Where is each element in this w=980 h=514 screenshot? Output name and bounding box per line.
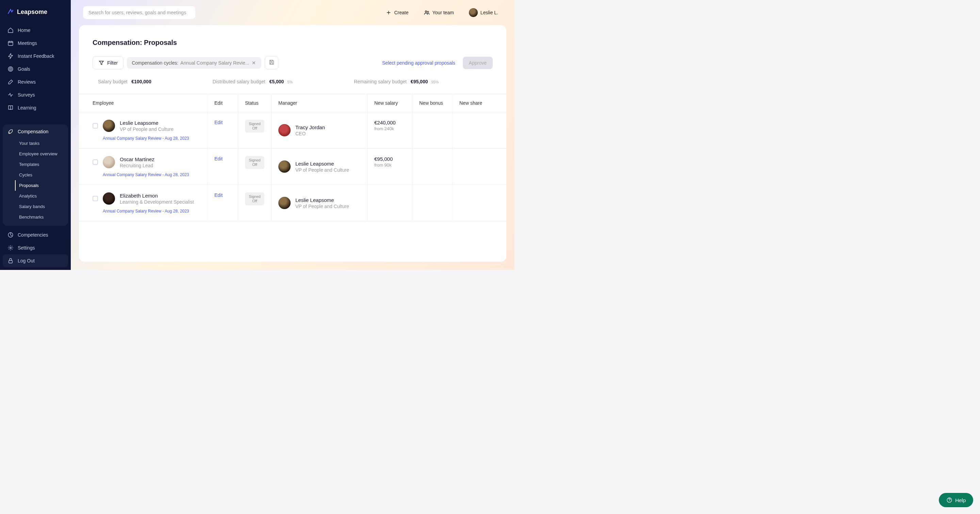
bolt-icon bbox=[8, 53, 14, 59]
col-edit[interactable]: Edit bbox=[208, 94, 238, 112]
status-badge: Signed Off bbox=[245, 120, 264, 133]
activity-icon bbox=[8, 92, 14, 98]
employee-role: VP of People and Culture bbox=[120, 127, 173, 132]
col-new-bonus[interactable]: New bonus bbox=[412, 94, 453, 112]
nav-reviews[interactable]: Reviews bbox=[3, 76, 68, 88]
nav-compensation[interactable]: Compensation bbox=[3, 125, 68, 138]
edit-link[interactable]: Edit bbox=[215, 120, 223, 125]
nav-logout[interactable]: Log Out bbox=[3, 254, 68, 267]
salary-from: from 90k bbox=[374, 162, 405, 168]
user-avatar-icon bbox=[469, 8, 478, 17]
status-badge: Signed Off bbox=[245, 156, 264, 169]
filter-button[interactable]: Filter bbox=[92, 56, 124, 69]
status-badge: Signed Off bbox=[245, 192, 264, 205]
nav-goals[interactable]: Goals bbox=[3, 63, 68, 76]
gear-icon bbox=[8, 245, 14, 251]
save-filter-button[interactable] bbox=[265, 56, 278, 69]
budget-summary: Salary budget €100,000 Distributed salar… bbox=[79, 79, 506, 94]
shares-cell bbox=[453, 185, 493, 221]
table-row: Oscar Martinez Recruiting Lead Annual Co… bbox=[79, 149, 506, 185]
bonus-cell bbox=[412, 112, 453, 148]
svg-point-8 bbox=[427, 11, 428, 13]
nav-instant-feedback[interactable]: Instant Feedback bbox=[3, 50, 68, 63]
employee-avatar-icon bbox=[103, 156, 115, 168]
topbar: Create Your team Leslie L. bbox=[71, 0, 514, 25]
subnav-proposals[interactable]: Proposals bbox=[15, 180, 68, 191]
svg-rect-6 bbox=[9, 260, 13, 263]
home-icon bbox=[8, 27, 14, 33]
col-status[interactable]: Status bbox=[238, 94, 272, 112]
nav-surveys[interactable]: Surveys bbox=[3, 88, 68, 101]
cycle-link[interactable]: Annual Company Salary Review - Aug 28, 2… bbox=[92, 136, 200, 141]
bonus-cell bbox=[412, 149, 453, 185]
rocket-icon bbox=[8, 128, 14, 135]
distributed-budget: Distributed salary budget €5,000 5% bbox=[213, 79, 293, 84]
select-pending-link[interactable]: Select pending approval proposals bbox=[378, 57, 460, 68]
table-header: Employee Edit Status Manager New salary … bbox=[79, 94, 506, 112]
search-input[interactable] bbox=[83, 6, 195, 19]
filter-chip-compensation-cycles[interactable]: Compensation cycles: Annual Company Sala… bbox=[127, 57, 261, 69]
search-wrapper bbox=[83, 6, 195, 19]
row-checkbox[interactable] bbox=[92, 196, 98, 201]
cycle-link[interactable]: Annual Company Salary Review - Aug 28, 2… bbox=[92, 172, 200, 177]
svg-point-7 bbox=[425, 11, 427, 13]
svg-rect-0 bbox=[8, 41, 13, 46]
approve-button[interactable]: Approve bbox=[463, 57, 493, 69]
subnav-your-tasks[interactable]: Your tasks bbox=[15, 138, 68, 149]
lock-icon bbox=[8, 258, 14, 264]
edit-link[interactable]: Edit bbox=[215, 192, 223, 198]
proposals-table: Employee Edit Status Manager New salary … bbox=[79, 94, 506, 221]
nav-competencies[interactable]: Competencies bbox=[3, 228, 68, 241]
subnav-salary-bands[interactable]: Salary bands bbox=[15, 201, 68, 212]
manager-avatar-icon bbox=[278, 124, 291, 136]
remaining-budget: Remaining salary budget €95,000 95% bbox=[354, 79, 439, 84]
bonus-cell bbox=[412, 185, 453, 221]
plus-icon bbox=[385, 10, 392, 16]
col-new-shares[interactable]: New share bbox=[453, 94, 493, 112]
employee-role: Learning & Development Specialist bbox=[120, 199, 194, 205]
shares-cell bbox=[453, 149, 493, 185]
cycle-link[interactable]: Annual Company Salary Review - Aug 28, 2… bbox=[92, 209, 200, 214]
col-manager[interactable]: Manager bbox=[272, 94, 368, 112]
page-title: Compensation: Proposals bbox=[79, 39, 506, 56]
salary-from: from 240k bbox=[374, 126, 405, 131]
save-icon bbox=[269, 59, 275, 65]
nav-home[interactable]: Home bbox=[3, 24, 68, 37]
svg-point-5 bbox=[10, 247, 11, 249]
svg-point-3 bbox=[10, 69, 11, 69]
edit-link[interactable]: Edit bbox=[215, 156, 223, 162]
employee-name: Leslie Leapsome bbox=[120, 120, 173, 126]
svg-point-2 bbox=[9, 68, 12, 70]
salary-budget: Salary budget €100,000 bbox=[98, 79, 151, 84]
subnav-employee-overview[interactable]: Employee overview bbox=[15, 149, 68, 159]
col-new-salary[interactable]: New salary bbox=[368, 94, 412, 112]
nav-settings[interactable]: Settings bbox=[3, 241, 68, 254]
subnav-benchmarks[interactable]: Benchmarks bbox=[15, 212, 68, 222]
nav-learning[interactable]: Learning bbox=[3, 101, 68, 114]
logo[interactable]: Leapsome bbox=[0, 0, 71, 24]
create-button[interactable]: Create bbox=[382, 7, 413, 18]
edit-icon bbox=[8, 79, 14, 85]
calendar-icon bbox=[8, 40, 14, 46]
filter-icon bbox=[98, 60, 105, 66]
user-menu[interactable]: Leslie L. bbox=[465, 5, 502, 20]
table-row: Leslie Leapsome VP of People and Culture… bbox=[79, 112, 506, 149]
brand-text: Leapsome bbox=[17, 8, 47, 16]
subnav-analytics[interactable]: Analytics bbox=[15, 191, 68, 201]
manager-avatar-icon bbox=[278, 160, 291, 173]
subnav-templates[interactable]: Templates bbox=[15, 159, 68, 170]
row-checkbox[interactable] bbox=[92, 159, 98, 165]
chip-remove-icon[interactable]: ✕ bbox=[251, 60, 256, 66]
nav-meetings[interactable]: Meetings bbox=[3, 37, 68, 50]
row-checkbox[interactable] bbox=[92, 123, 98, 128]
employee-role: Recruiting Lead bbox=[120, 163, 154, 168]
subnav-cycles[interactable]: Cycles bbox=[15, 170, 68, 180]
your-team-button[interactable]: Your team bbox=[420, 7, 458, 18]
content-card: Compensation: Proposals Filter Compensat… bbox=[79, 25, 506, 262]
main: Create Your team Leslie L. Compensation:… bbox=[71, 0, 514, 270]
col-employee[interactable]: Employee bbox=[79, 94, 208, 112]
manager-name: Leslie Leapsome bbox=[295, 197, 349, 203]
employee-avatar-icon bbox=[103, 192, 115, 205]
svg-point-1 bbox=[8, 67, 13, 71]
book-icon bbox=[8, 105, 14, 111]
